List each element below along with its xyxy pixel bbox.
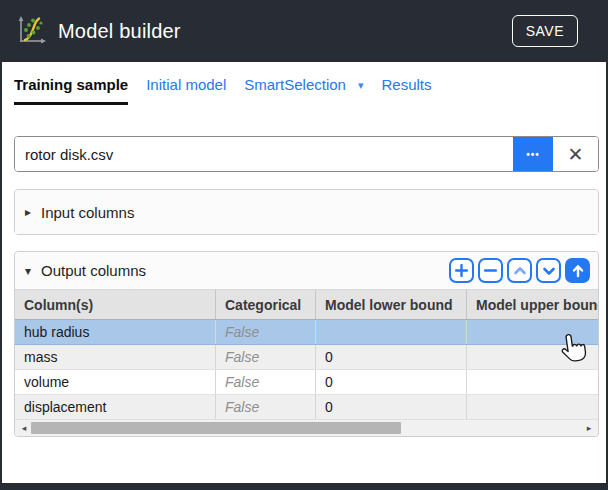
cell-lower-bound[interactable]: 0 xyxy=(316,345,467,369)
training-file-input[interactable] xyxy=(15,137,513,171)
minus-icon xyxy=(484,264,497,277)
tab-training-sample[interactable]: Training sample xyxy=(14,76,128,105)
output-columns-section: ▾ Output columns xyxy=(14,251,599,437)
scatter-plot-icon xyxy=(16,15,48,47)
clear-file-button[interactable]: ✕ xyxy=(553,137,598,171)
table-row-displacement[interactable]: displacement False 0 xyxy=(15,395,598,420)
input-columns-section: ▸ Input columns xyxy=(14,189,599,235)
close-icon: ✕ xyxy=(568,144,584,165)
tab-bar: Training sample Initial model SmartSelec… xyxy=(14,76,432,105)
plus-icon xyxy=(455,264,468,277)
tab-results[interactable]: Results xyxy=(382,76,432,102)
cell-column[interactable]: mass xyxy=(15,345,216,369)
move-up-button[interactable] xyxy=(507,258,532,283)
cell-column[interactable]: hub radius xyxy=(15,320,216,344)
cell-categorical[interactable]: False xyxy=(216,345,316,369)
titlebar: Model builder SAVE xyxy=(2,0,606,62)
horizontal-scrollbar[interactable]: ◂ ▸ xyxy=(15,420,598,436)
arrow-up-icon xyxy=(571,264,585,278)
input-columns-header[interactable]: ▸ Input columns xyxy=(15,190,598,234)
column-header-upper-bound[interactable]: Model upper bound xyxy=(467,290,598,319)
cell-column[interactable]: volume xyxy=(15,370,216,394)
cell-column[interactable]: displacement xyxy=(15,395,216,419)
remove-row-button[interactable] xyxy=(478,258,503,283)
model-builder-window: Model builder SAVE Training sample Initi… xyxy=(0,0,608,490)
scroll-left-icon[interactable]: ◂ xyxy=(17,420,31,436)
smartselection-dropdown-icon[interactable]: ▾ xyxy=(358,76,364,92)
expanded-marker-icon: ▾ xyxy=(25,264,41,278)
output-columns-title: Output columns xyxy=(41,262,449,279)
column-header-columns[interactable]: Column(s) xyxy=(15,290,216,319)
column-header-categorical[interactable]: Categorical xyxy=(216,290,316,319)
app-title: Model builder xyxy=(58,20,512,43)
save-button[interactable]: SAVE xyxy=(512,15,578,47)
cell-categorical[interactable]: False xyxy=(216,370,316,394)
tab-smartselection[interactable]: SmartSelection xyxy=(244,76,346,102)
table-row-hub-radius[interactable]: hub radius False xyxy=(15,320,598,345)
output-columns-header[interactable]: ▾ Output columns xyxy=(15,252,598,290)
content-area: Training sample Initial model SmartSelec… xyxy=(2,62,606,483)
cell-categorical[interactable]: False xyxy=(216,320,316,344)
table-header-row: Column(s) Categorical Model lower bound … xyxy=(15,290,598,320)
table-row-mass[interactable]: mass False 0 xyxy=(15,345,598,370)
tab-initial-model[interactable]: Initial model xyxy=(146,76,226,102)
column-header-lower-bound[interactable]: Model lower bound xyxy=(316,290,467,319)
cell-upper-bound[interactable] xyxy=(467,320,598,344)
cell-upper-bound[interactable] xyxy=(467,345,598,369)
input-columns-title: Input columns xyxy=(41,204,590,221)
cell-lower-bound[interactable]: 0 xyxy=(316,370,467,394)
scrollbar-thumb[interactable] xyxy=(31,422,401,434)
output-columns-toolbar xyxy=(449,258,590,283)
training-file-field: ••• ✕ xyxy=(14,136,599,172)
cell-lower-bound[interactable]: 0 xyxy=(316,395,467,419)
cell-categorical[interactable]: False xyxy=(216,395,316,419)
move-down-button[interactable] xyxy=(536,258,561,283)
browse-file-button[interactable]: ••• xyxy=(513,137,553,171)
output-columns-table: Column(s) Categorical Model lower bound … xyxy=(15,290,598,420)
scroll-right-icon[interactable]: ▸ xyxy=(582,420,596,436)
collapsed-marker-icon: ▸ xyxy=(25,205,41,219)
chevron-down-icon xyxy=(542,264,556,278)
table-row-volume[interactable]: volume False 0 xyxy=(15,370,598,395)
cell-upper-bound[interactable] xyxy=(467,395,598,419)
move-to-top-button[interactable] xyxy=(565,258,590,283)
cell-upper-bound[interactable] xyxy=(467,370,598,394)
chevron-up-icon xyxy=(513,264,527,278)
cell-lower-bound[interactable] xyxy=(316,320,467,344)
add-row-button[interactable] xyxy=(449,258,474,283)
ellipsis-icon: ••• xyxy=(526,149,540,160)
